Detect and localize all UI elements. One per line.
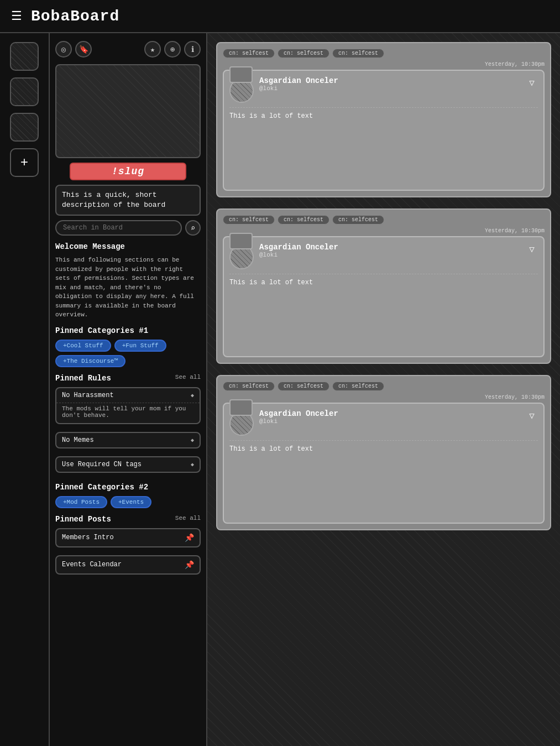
category-tag-fun-stuff[interactable]: +Fun Stuff [114, 340, 166, 352]
post-2-username: Asgardian Onceler [259, 243, 520, 252]
rule-cn-title: Use Required CN tags [62, 461, 142, 468]
add-board-button[interactable]: + [10, 148, 39, 177]
category-tag-discourse[interactable]: +The Discourse™ [55, 355, 125, 367]
pinned-categories-1-title: Pinned Categories #1 [55, 326, 201, 335]
rule-no-memes: No Memes ◆ [55, 432, 201, 448]
search-input[interactable] [55, 220, 182, 236]
nav-icon-3[interactable] [10, 113, 39, 142]
rule-title-row-harassment[interactable]: No Harassment ◆ [56, 388, 200, 403]
rule-harassment-toggle: ◆ [191, 392, 194, 399]
see-all-rules-link[interactable]: See all [175, 374, 201, 380]
rule-harassment-body: The mods will tell your mom if you don't… [56, 403, 200, 423]
see-all-posts-link[interactable]: See all [175, 515, 201, 521]
post-1-dropdown-button[interactable]: ▽ [526, 76, 538, 90]
post-1-avatar-wrap [229, 76, 254, 103]
post-2-user-info: Asgardian Onceler @loki [259, 243, 520, 258]
header: ☰ BobaBoard [0, 0, 560, 33]
pinned-post-members-intro[interactable]: Members Intro 📌 [55, 528, 201, 547]
sidebar-top-icons: ◎ 🔖 ★ ⊕ ℹ [55, 39, 201, 60]
board-image [55, 64, 201, 158]
main-content: cn: selfcest cn: selfcest cn: selfcest Y… [207, 33, 560, 746]
post-3-avatar-wrap [229, 409, 254, 436]
pin-icon-members: 📌 [185, 533, 194, 542]
post-1-body-text: This is a lot of text [229, 112, 313, 120]
pinned-categories-2-tags: +Mod Posts +Events [55, 496, 201, 508]
nav-icon-2[interactable] [10, 77, 39, 106]
post-3-tag-2[interactable]: cn: selfcest [278, 382, 329, 391]
post-card-2: cn: selfcest cn: selfcest cn: selfcest Y… [216, 208, 551, 364]
post-1-tag-2[interactable]: cn: selfcest [278, 49, 329, 58]
left-nav: + [0, 33, 50, 746]
post-1-folder [229, 66, 253, 83]
post-1-tags: cn: selfcest cn: selfcest cn: selfcest [223, 49, 545, 58]
pinned-posts-header: Pinned Posts See all [55, 513, 201, 524]
post-3-handle: @loki [259, 418, 520, 425]
post-1-tag-3[interactable]: cn: selfcest [332, 49, 384, 58]
category-tag-events[interactable]: +Events [111, 496, 151, 508]
post-2-handle: @loki [259, 252, 520, 258]
post-3-tags: cn: selfcest cn: selfcest cn: selfcest [223, 382, 545, 391]
post-2-dropdown-button[interactable]: ▽ [526, 243, 538, 256]
sidebar-top-right-icons: ★ ⊕ ℹ [144, 41, 201, 58]
post-2-tag-1[interactable]: cn: selfcest [223, 215, 275, 225]
bookmark-icon[interactable]: 🔖 [75, 41, 92, 58]
rule-memes-toggle: ◆ [191, 437, 194, 444]
compass-icon[interactable]: ◎ [55, 41, 72, 58]
post-1-handle: @loki [259, 85, 520, 92]
post-3-tag-3[interactable]: cn: selfcest [332, 382, 384, 391]
rule-title-row-cn[interactable]: Use Required CN tags ◆ [56, 457, 200, 472]
rule-cn-toggle: ◆ [191, 461, 194, 468]
post-3-timestamp: Yesterday, 10:30pm [223, 394, 545, 400]
post-3-folder [229, 399, 253, 416]
pinned-post-events-calendar[interactable]: Events Calendar 📌 [55, 555, 201, 575]
pinned-post-members-label: Members Intro [62, 534, 114, 541]
rule-no-harassment: No Harassment ◆ The mods will tell your … [55, 387, 201, 424]
category-tag-cool-stuff[interactable]: +Cool Stuff [55, 340, 111, 352]
post-3-dropdown-button[interactable]: ▽ [526, 409, 538, 422]
post-1-divider [229, 107, 538, 108]
board-slug: !slug [70, 163, 186, 180]
nav-icon-1[interactable] [10, 42, 39, 71]
rule-title-row-memes[interactable]: No Memes ◆ [56, 433, 200, 447]
post-2-body: This is a lot of text [229, 279, 538, 351]
main-layout: + ◎ 🔖 ★ ⊕ ℹ !slug This is a quick, short… [0, 33, 560, 746]
post-3-inner: Asgardian Onceler @loki ▽ This is a lot … [223, 403, 545, 524]
app-title: BobaBoard [31, 8, 119, 25]
pin-icon-events: 📌 [185, 560, 194, 570]
rule-harassment-title: No Harassment [62, 392, 114, 399]
star-icon[interactable]: ★ [144, 41, 161, 58]
post-1-username: Asgardian Onceler [259, 76, 520, 85]
post-3-header: Asgardian Onceler @loki ▽ [229, 409, 538, 436]
post-2-tag-2[interactable]: cn: selfcest [278, 215, 329, 225]
pinned-categories-2-title: Pinned Categories #2 [55, 483, 201, 492]
post-card-3: cn: selfcest cn: selfcest cn: selfcest Y… [216, 375, 551, 530]
pinned-posts-title: Pinned Posts [55, 515, 111, 524]
post-card-1: cn: selfcest cn: selfcest cn: selfcest Y… [216, 42, 551, 197]
search-button[interactable]: ⌕ [185, 220, 201, 236]
rule-cn-tags: Use Required CN tags ◆ [55, 456, 201, 473]
post-1-body: This is a lot of text [229, 112, 538, 184]
post-3-divider [229, 440, 538, 441]
post-3-user-info: Asgardian Onceler @loki [259, 409, 520, 425]
hamburger-icon[interactable]: ☰ [11, 9, 22, 24]
post-3-body: This is a lot of text [229, 445, 538, 517]
pinned-rules-header: Pinned Rules See all [55, 372, 201, 383]
post-2-tag-3[interactable]: cn: selfcest [332, 215, 384, 225]
post-1-user-info: Asgardian Onceler @loki [259, 76, 520, 92]
post-3-tag-1[interactable]: cn: selfcest [223, 382, 275, 391]
welcome-text: This and following sections can be custo… [55, 255, 201, 320]
info-icon[interactable]: ℹ [184, 41, 201, 58]
category-tag-mod-posts[interactable]: +Mod Posts [55, 496, 107, 508]
post-3-username: Asgardian Onceler [259, 409, 520, 418]
rule-memes-title: No Memes [62, 436, 94, 444]
post-2-folder [229, 233, 253, 249]
post-2-avatar-wrap [229, 243, 254, 269]
post-2-body-text: This is a lot of text [229, 279, 313, 286]
search-container: ⌕ [55, 220, 201, 236]
pinned-post-events-label: Events Calendar [62, 561, 122, 568]
post-3-body-text: This is a lot of text [229, 445, 313, 453]
users-icon[interactable]: ⊕ [164, 41, 181, 58]
post-2-inner: Asgardian Onceler @loki ▽ This is a lot … [223, 236, 545, 357]
post-1-inner: Asgardian Onceler @loki ▽ This is a lot … [223, 70, 545, 191]
post-1-tag-1[interactable]: cn: selfcest [223, 49, 275, 58]
